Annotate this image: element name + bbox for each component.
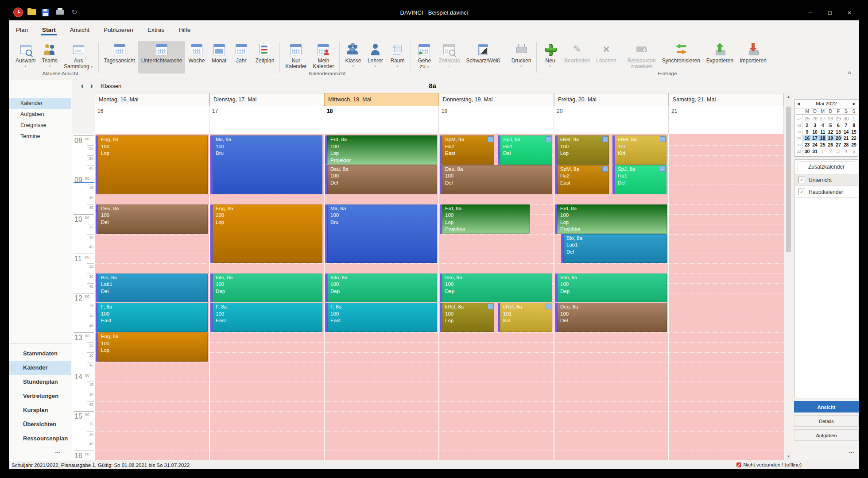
checkbox-icon[interactable]: ✓ <box>798 177 805 183</box>
sidebar-module-stundenplan[interactable]: Stundenplan <box>9 375 71 389</box>
mini-cal-day-25[interactable]: 25 <box>819 142 826 148</box>
close-button[interactable]: × <box>840 5 859 20</box>
menu-extras[interactable]: Extras <box>147 20 165 38</box>
ribbon-collapse-icon[interactable]: ^ <box>848 70 851 77</box>
day-header-18[interactable]: Mittwoch, 18. Mai <box>324 93 439 106</box>
event-f[interactable]: F, 8a100East <box>325 303 437 332</box>
day-header-19[interactable]: Donnerstag, 19. Mai <box>439 93 554 106</box>
right-panel-more-button[interactable]: … <box>849 447 854 454</box>
calendar-grid[interactable]: 0800153045090015304510001530451100153045… <box>72 134 784 460</box>
mini-cal-day-27[interactable]: 27 <box>819 116 826 122</box>
mini-cal-day-26[interactable]: 26 <box>827 142 834 148</box>
event-erd[interactable]: Erd, 8a100LopProjektor <box>325 135 437 165</box>
mini-cal-day-24[interactable]: 24 <box>811 142 819 148</box>
event-info[interactable]: Info, 8a100Dep <box>325 274 437 303</box>
mini-cal-day-10[interactable]: 10 <box>811 129 819 135</box>
event-eng[interactable]: Eng, 8a100Lop <box>96 135 208 194</box>
mini-cal-day-11[interactable]: 11 <box>819 129 826 135</box>
sidebar-module-ressourcenplan[interactable]: Ressourcenplan <box>9 432 71 446</box>
ribbon-button-schwarz-weiß[interactable]: Schwarz/Weiß <box>463 41 503 73</box>
mini-cal-day-7[interactable]: 7 <box>842 122 850 128</box>
mini-cal-day-28[interactable]: 28 <box>842 142 850 148</box>
ribbon-button-woche[interactable]: Woche <box>185 41 208 73</box>
event-ma[interactable]: Ma, 8a100Bru <box>210 135 322 194</box>
all-day-cell-20[interactable]: 20 <box>554 106 669 134</box>
ribbon-button-monat[interactable]: Monat <box>208 41 230 73</box>
mini-cal-day-6[interactable]: 6 <box>834 122 842 128</box>
event-spm[interactable]: SpM, 8aHa2East <box>440 135 494 165</box>
additional-calendar-row-unterricht[interactable]: ✓Unterricht <box>795 174 858 186</box>
day-header-21[interactable]: Samstag, 21. Mai <box>669 93 784 106</box>
all-day-cell-21[interactable]: 21 <box>669 106 784 134</box>
ribbon-button-tagesansicht[interactable]: Tagesansicht <box>101 41 138 73</box>
mini-cal-next-icon[interactable]: ▶ <box>853 100 856 108</box>
ribbon-button-unterrichtswoche[interactable]: Unterrichtswoche <box>138 41 186 73</box>
additional-calendar-row-hauptkalender[interactable]: ✓Hauptkalender <box>795 186 858 198</box>
event-erd[interactable]: Erd, 8a100LopProjektor <box>555 204 667 234</box>
event-bio[interactable]: Bio, 8aLab1Del <box>96 274 208 303</box>
ribbon-button-drucken[interactable]: Drucken˅ <box>508 41 535 73</box>
day-header-16[interactable]: Montag, 16. Mai <box>95 93 209 106</box>
scroll-up-icon[interactable]: ▲ <box>785 95 792 99</box>
ribbon-button-neu[interactable]: Neu˅ <box>539 41 561 73</box>
event-deu[interactable]: Deu, 8a100Del <box>96 204 208 234</box>
mini-cal-day-3[interactable]: 3 <box>811 122 819 128</box>
menu-publizieren[interactable]: Publizieren <box>103 20 134 38</box>
menu-ansicht[interactable]: Ansicht <box>69 20 90 38</box>
all-day-cell-16[interactable]: 16 <box>95 106 209 134</box>
event-info[interactable]: Info, 8a100Dep <box>555 274 667 303</box>
checkbox-icon[interactable]: ✓ <box>798 189 805 195</box>
event-eng[interactable]: Eng, 8a100Lop <box>210 204 322 263</box>
mini-cal-day-26[interactable]: 26 <box>811 116 819 122</box>
menu-hilfe[interactable]: Hilfe <box>178 20 191 38</box>
mini-cal-day-17[interactable]: 17 <box>811 135 819 141</box>
panel-nav-aufgaben[interactable]: Aufgaben <box>794 429 859 441</box>
mini-cal-day-31[interactable]: 31 <box>811 148 819 154</box>
ribbon-button-aus[interactable]: AusSammlung ˅ <box>61 41 96 73</box>
mini-cal-day-29[interactable]: 29 <box>834 116 842 122</box>
mini-cal-day-12[interactable]: 12 <box>827 129 834 135</box>
event-spj[interactable]: SpJ, 8aHa1Del <box>612 165 666 194</box>
mini-cal-day-8[interactable]: 8 <box>850 122 858 128</box>
mini-cal-day-2[interactable]: 2 <box>803 122 811 128</box>
mini-cal-day-19[interactable]: 19 <box>827 135 834 141</box>
menu-plan[interactable]: Plan <box>15 20 29 38</box>
event-erel[interactable]: eRel, 8a101Kid <box>498 303 552 332</box>
event-deu[interactable]: Deu, 8a100Del <box>440 165 552 194</box>
minimize-button[interactable]: ─ <box>801 5 820 20</box>
ribbon-button-lehrer[interactable]: Lehrer˅ <box>364 41 386 73</box>
panel-nav-details[interactable]: Details <box>794 415 859 427</box>
menu-start[interactable]: Start <box>41 20 57 38</box>
mini-cal-day-18[interactable]: 18 <box>819 135 826 141</box>
event-ma[interactable]: Ma, 8a100Bru <box>325 204 437 263</box>
sidebar-more-button[interactable]: … <box>55 447 61 454</box>
event-spm[interactable]: SpM, 8aHa2East <box>555 165 609 194</box>
event-spj[interactable]: SpJ, 8aHa1Del <box>498 135 552 165</box>
ribbon-button-auswahl[interactable]: Auswahl˅ <box>12 41 39 73</box>
calendar-scrollbar[interactable]: ▲ ▼ <box>785 93 792 460</box>
mini-cal-day-2[interactable]: 2 <box>827 148 834 154</box>
mini-cal-day-1[interactable]: 1 <box>850 116 858 122</box>
sidebar-module-vertretungen[interactable]: Vertretungen <box>9 389 71 403</box>
mini-cal-day-5[interactable]: 5 <box>850 148 858 154</box>
mini-cal-day-23[interactable]: 23 <box>803 142 811 148</box>
event-eng[interactable]: Eng, 8a100Lop <box>96 332 208 362</box>
mini-cal-day-5[interactable]: 5 <box>827 122 834 128</box>
ribbon-button-exportieren[interactable]: Exportieren <box>703 41 736 73</box>
ribbon-button-nur[interactable]: NurKalender <box>282 41 310 73</box>
event-info[interactable]: Info, 8a100Dep <box>440 274 552 303</box>
ribbon-button-jahr[interactable]: Jahr <box>230 41 252 73</box>
all-day-cell-19[interactable]: 19 <box>439 106 554 134</box>
ribbon-button-klasse[interactable]: Klasse˅ <box>342 41 364 73</box>
event-f[interactable]: F, 8a100East <box>96 303 208 332</box>
sidebar-item-ereignisse[interactable]: Ereignisse <box>9 120 71 131</box>
event-deu[interactable]: Deu, 8a100Del <box>325 165 437 194</box>
ribbon-button-importieren[interactable]: Importieren <box>736 41 770 73</box>
mini-cal-day-9[interactable]: 9 <box>803 129 811 135</box>
mini-cal-day-4[interactable]: 4 <box>842 148 850 154</box>
ribbon-button-synchronisieren[interactable]: Synchronisieren <box>659 41 703 73</box>
mini-cal-day-28[interactable]: 28 <box>827 116 834 122</box>
mini-cal-day-30[interactable]: 30 <box>803 148 811 154</box>
scroll-down-icon[interactable]: ▼ <box>785 455 792 459</box>
mini-cal-day-27[interactable]: 27 <box>834 142 842 148</box>
